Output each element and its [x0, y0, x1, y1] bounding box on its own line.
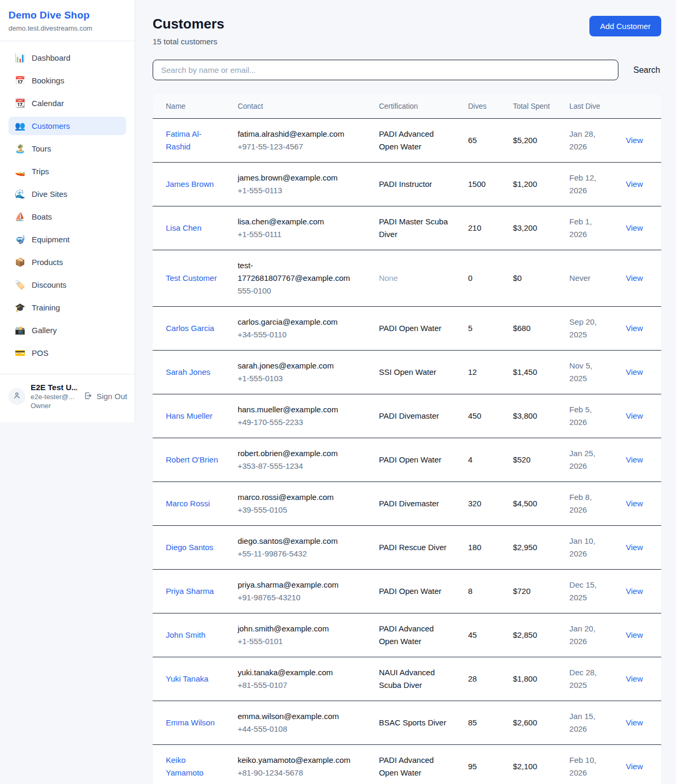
shop-domain: demo.test.divestreams.com [8, 24, 126, 32]
customer-name-link[interactable]: Emma Wilson [166, 718, 215, 727]
last-dive-date: Jan 10, 2026 [569, 536, 595, 558]
customer-name-link[interactable]: Diego Santos [166, 543, 213, 552]
view-link[interactable]: View [626, 223, 643, 232]
sidebar-item-calendar[interactable]: 📆 Calendar [8, 94, 126, 112]
sidebar-item-gallery[interactable]: 📸 Gallery [8, 321, 126, 339]
page-title: Customers [153, 16, 224, 32]
customer-phone: +971-55-123-4567 [238, 140, 362, 153]
sidebar-item-training[interactable]: 🎓 Training [8, 298, 126, 317]
customer-phone: +353-87-555-1234 [238, 460, 362, 473]
view-link[interactable]: View [626, 273, 643, 282]
view-link[interactable]: View [626, 367, 643, 376]
certification-value: PADI Instructor [379, 180, 432, 188]
customer-phone: +1-555-0101 [238, 635, 362, 648]
app-layout: Demo Dive Shop demo.test.divestreams.com… [0, 0, 676, 784]
customer-name-link[interactable]: Marco Rossi [166, 499, 210, 508]
view-link[interactable]: View [626, 630, 643, 639]
customer-email: keiko.yamamoto@example.com [238, 754, 362, 767]
customer-email: carlos.garcia@example.com [238, 316, 362, 328]
sidebar-item-products[interactable]: 📦 Products [8, 253, 126, 271]
certification-value: BSAC Sports Diver [379, 718, 446, 727]
user-name: E2E Test U... [31, 383, 77, 392]
view-link[interactable]: View [626, 762, 643, 771]
view-link[interactable]: View [626, 499, 643, 508]
dives-count: 210 [468, 223, 481, 232]
calendar-icon: 📆 [15, 98, 25, 108]
search-button[interactable]: Search [632, 62, 661, 78]
view-link[interactable]: View [626, 136, 643, 145]
table-row: Lisa Chen lisa.chen@example.com +1-555-0… [153, 206, 661, 250]
last-dive-date: Dec 28, 2025 [569, 668, 597, 689]
customer-email: john.smith@example.com [238, 622, 362, 635]
certification-value: PADI Divemaster [379, 499, 439, 508]
view-link[interactable]: View [626, 411, 643, 420]
customer-name-link[interactable]: Carlos Garcia [166, 324, 214, 333]
customer-name-link[interactable]: Yuki Tanaka [166, 674, 209, 683]
total-spent: $4,500 [513, 499, 537, 508]
customer-email: emma.wilson@example.com [238, 710, 362, 723]
sidebar-item-tours[interactable]: 🏝️ Tours [8, 139, 126, 158]
table-header-row: Name Contact Certification Dives Total S… [153, 94, 661, 119]
customer-name-link[interactable]: Test Customer [166, 273, 217, 282]
sidebar-item-customers[interactable]: 👥 Customers [8, 117, 126, 135]
sign-out-icon [83, 391, 92, 402]
sidebar-item-dashboard[interactable]: 📊 Dashboard [8, 49, 126, 67]
sidebar-item-equipment[interactable]: 🤿 Equipment [8, 230, 126, 249]
certification-value: PADI Advanced Open Water [379, 129, 434, 151]
view-link[interactable]: View [626, 180, 643, 188]
sidebar-item-bookings[interactable]: 📅 Bookings [8, 71, 126, 90]
main-content: Customers 15 total customers Add Custome… [135, 0, 676, 784]
add-customer-button[interactable]: Add Customer [589, 16, 661, 36]
dives-count: 1500 [468, 180, 485, 188]
customer-phone: +1-555-0113 [238, 184, 362, 197]
sign-out-button[interactable]: Sign Out [83, 391, 127, 402]
sidebar-item-trips[interactable]: 🚤 Trips [8, 162, 126, 181]
customer-phone: +39-555-0105 [238, 504, 362, 516]
search-input[interactable] [153, 60, 618, 80]
page-header: Customers 15 total customers Add Custome… [153, 16, 661, 46]
customers-table-card: Name Contact Certification Dives Total S… [153, 94, 661, 784]
view-link[interactable]: View [626, 455, 643, 464]
sidebar-item-pos[interactable]: 💳 POS [8, 344, 126, 362]
view-link[interactable]: View [626, 587, 643, 596]
sidebar-nav: 📊 Dashboard 📅 Bookings 📆 Calendar 👥 Cust… [0, 41, 135, 366]
sidebar-item-discounts[interactable]: 🏷️ Discounts [8, 276, 126, 294]
table-row: Yuki Tanaka yuki.tanaka@example.com +81-… [153, 657, 661, 701]
training-icon: 🎓 [15, 303, 25, 313]
customer-name-link[interactable]: Keiko Yamamoto [166, 755, 203, 777]
sidebar-item-boats[interactable]: ⛵ Boats [8, 207, 126, 226]
customer-name-link[interactable]: Sarah Jones [166, 367, 210, 376]
certification-value: PADI Rescue Diver [379, 543, 446, 552]
last-dive-date: Jan 15, 2026 [569, 712, 595, 733]
customer-name-link[interactable]: Lisa Chen [166, 223, 202, 232]
dives-count: 45 [468, 630, 477, 639]
customer-name-link[interactable]: John Smith [166, 630, 205, 639]
customer-name-link[interactable]: Hans Mueller [166, 411, 212, 420]
user-avatar [8, 388, 25, 405]
last-dive-date: Jan 25, 2026 [569, 449, 595, 470]
table-row: Hans Mueller hans.mueller@example.com +4… [153, 394, 661, 438]
customer-email: fatima.alrashid@example.com [238, 128, 362, 140]
customer-name-link[interactable]: Robert O'Brien [166, 455, 218, 464]
col-header-dives: Dives [459, 94, 504, 119]
table-row: Carlos Garcia carlos.garcia@example.com … [153, 307, 661, 351]
sidebar-user-footer: E2E Test U... e2e-tester@... Owner Sign … [0, 374, 135, 422]
customer-name-link[interactable]: Fatima Al-Rashid [166, 129, 202, 151]
view-link[interactable]: View [626, 674, 643, 683]
customer-name-link[interactable]: James Brown [166, 180, 214, 188]
view-link[interactable]: View [626, 718, 643, 727]
last-dive-date: Feb 1, 2026 [569, 217, 592, 239]
sidebar-item-dive-sites[interactable]: 🌊 Dive Sites [8, 185, 126, 203]
view-link[interactable]: View [626, 324, 643, 333]
customer-name-link[interactable]: Priya Sharma [166, 587, 214, 596]
customer-email: marco.rossi@example.com [238, 491, 362, 504]
customer-phone: +1-555-0103 [238, 372, 362, 385]
shop-title: Demo Dive Shop [8, 10, 126, 21]
col-header-name: Name [153, 94, 229, 119]
customer-phone: +44-555-0108 [238, 723, 362, 735]
col-header-total-spent: Total Spent [504, 94, 561, 119]
last-dive-date: Nov 5, 2025 [569, 361, 592, 383]
view-link[interactable]: View [626, 543, 643, 552]
tours-icon: 🏝️ [15, 144, 25, 154]
sign-out-label: Sign Out [97, 392, 127, 401]
